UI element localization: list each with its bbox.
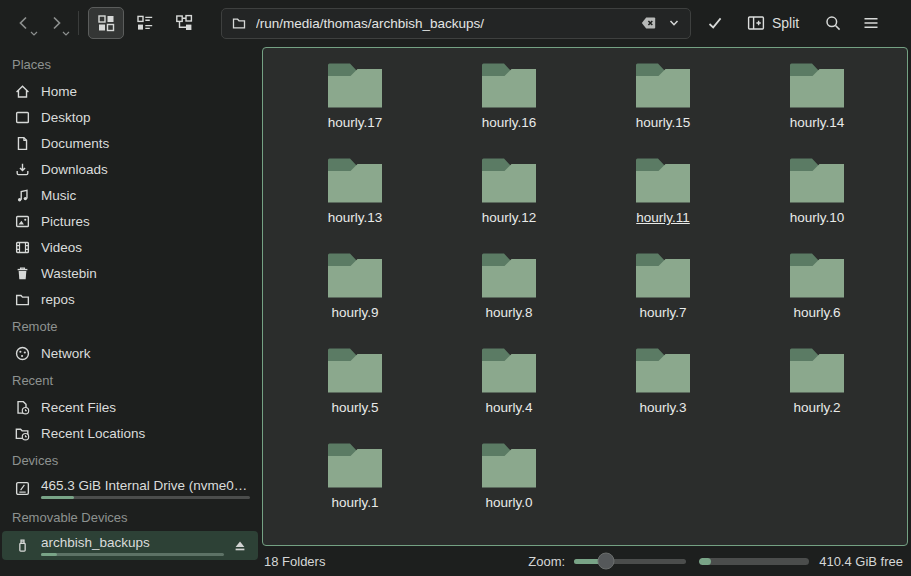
backspace-icon xyxy=(640,14,658,32)
sidebar-item-label: Home xyxy=(41,84,250,99)
details-view-icon xyxy=(136,14,154,32)
split-view-icon xyxy=(747,14,765,32)
folder-item-hourly-7[interactable]: hourly.7 xyxy=(586,252,740,347)
folder-item-hourly-15[interactable]: hourly.15 xyxy=(586,62,740,157)
clear-location-button[interactable] xyxy=(636,11,662,35)
folder-icon xyxy=(634,347,692,394)
folder-item-label: hourly.12 xyxy=(482,210,537,225)
folder-icon xyxy=(480,157,538,204)
folder-item-hourly-1[interactable]: hourly.1 xyxy=(278,442,432,537)
chevron-left-icon xyxy=(15,14,33,32)
sidebar-item-label: Downloads xyxy=(41,162,250,177)
search-button[interactable] xyxy=(817,7,849,39)
folder-item-hourly-8[interactable]: hourly.8 xyxy=(432,252,586,347)
location-dropdown-button[interactable] xyxy=(662,11,686,35)
sidebar-item-465-3-gib-internal-drive-nvme0n1[interactable]: 465.3 GiB Internal Drive (nvme0n1… xyxy=(2,474,258,503)
forward-button[interactable] xyxy=(40,7,72,39)
folder-icon xyxy=(326,157,384,204)
chevron-down-icon xyxy=(62,31,70,36)
folder-item-hourly-16[interactable]: hourly.16 xyxy=(432,62,586,157)
free-space-label: 410.4 GiB free xyxy=(819,554,903,569)
chevron-right-icon xyxy=(47,14,65,32)
recent-file-icon xyxy=(14,399,31,416)
picture-icon xyxy=(14,213,31,230)
folder-item-hourly-12[interactable]: hourly.12 xyxy=(432,157,586,252)
sidebar-item-downloads[interactable]: Downloads xyxy=(2,156,258,182)
folder-item-label: hourly.4 xyxy=(485,400,532,415)
folder-icon xyxy=(788,347,846,394)
folder-item-hourly-14[interactable]: hourly.14 xyxy=(740,62,894,157)
sidebar-item-repos[interactable]: repos xyxy=(2,286,258,312)
folder-icon xyxy=(788,252,846,299)
folder-icon xyxy=(788,62,846,109)
zoom-slider[interactable] xyxy=(574,552,686,570)
sidebar-item-desktop[interactable]: Desktop xyxy=(2,104,258,130)
recent-folder-icon xyxy=(14,425,31,442)
folder-item-label: hourly.2 xyxy=(793,400,840,415)
back-button[interactable] xyxy=(8,7,40,39)
network-icon xyxy=(14,345,31,362)
folder-view[interactable]: hourly.17hourly.16hourly.15hourly.14hour… xyxy=(262,47,908,546)
sidebar-item-archbish-backups[interactable]: archbish_backups xyxy=(2,531,258,560)
sidebar-item-label: archbish_backups xyxy=(41,535,224,550)
sidebar-item-videos[interactable]: Videos xyxy=(2,234,258,260)
sidebar-item-recent-files[interactable]: Recent Files xyxy=(2,394,258,420)
drive-icon xyxy=(14,480,31,497)
eject-button[interactable] xyxy=(230,538,250,554)
music-icon xyxy=(14,187,31,204)
places-panel: PlacesHomeDesktopDocumentsDownloadsMusic… xyxy=(0,46,260,576)
sidebar-item-recent-locations[interactable]: Recent Locations xyxy=(2,420,258,446)
sidebar-item-documents[interactable]: Documents xyxy=(2,130,258,156)
folder-item-hourly-4[interactable]: hourly.4 xyxy=(432,347,586,442)
folder-icon xyxy=(634,157,692,204)
search-icon xyxy=(824,14,842,32)
folder-item-label: hourly.15 xyxy=(636,115,691,130)
section-title: Removable Devices xyxy=(0,503,260,531)
hamburger-icon xyxy=(862,14,880,32)
folder-item-hourly-2[interactable]: hourly.2 xyxy=(740,347,894,442)
desktop-icon xyxy=(14,109,31,126)
zoom-slider-handle[interactable] xyxy=(597,553,614,570)
folder-item-hourly-11[interactable]: hourly.11 xyxy=(586,157,740,252)
folder-item-hourly-6[interactable]: hourly.6 xyxy=(740,252,894,347)
section-title: Devices xyxy=(0,446,260,474)
section-title: Recent xyxy=(0,366,260,394)
icons-view-button[interactable] xyxy=(88,7,124,39)
folder-item-label: hourly.5 xyxy=(331,400,378,415)
folder-icon xyxy=(788,157,846,204)
video-icon xyxy=(14,239,31,256)
toolbar: /run/media/thomas/archbish_backups/ Spli… xyxy=(0,0,911,46)
folder-icon xyxy=(480,347,538,394)
sidebar-item-network[interactable]: Network xyxy=(2,340,258,366)
folder-item-label: hourly.1 xyxy=(331,495,378,510)
folder-icon xyxy=(480,442,538,489)
sidebar-section-removable-devices: Removable Devicesarchbish_backups xyxy=(0,503,260,560)
folder-grid: hourly.17hourly.16hourly.15hourly.14hour… xyxy=(263,48,907,537)
tree-view-button[interactable] xyxy=(166,7,202,39)
free-space-bar-fill xyxy=(699,558,711,565)
folder-item-label: hourly.9 xyxy=(331,305,378,320)
details-view-button[interactable] xyxy=(127,7,163,39)
selection-mode-button[interactable] xyxy=(699,7,731,39)
folder-item-hourly-3[interactable]: hourly.3 xyxy=(586,347,740,442)
location-path[interactable]: /run/media/thomas/archbish_backups/ xyxy=(256,16,636,31)
folder-item-hourly-5[interactable]: hourly.5 xyxy=(278,347,432,442)
split-view-button[interactable]: Split xyxy=(737,7,809,39)
sidebar-item-pictures[interactable]: Pictures xyxy=(2,208,258,234)
folder-icon xyxy=(14,291,31,308)
location-bar[interactable]: /run/media/thomas/archbish_backups/ xyxy=(221,8,691,39)
sidebar-item-label: Recent Locations xyxy=(41,426,250,441)
sidebar-item-music[interactable]: Music xyxy=(2,182,258,208)
folder-icon xyxy=(326,62,384,109)
home-icon xyxy=(14,83,31,100)
sidebar-item-home[interactable]: Home xyxy=(2,78,258,104)
hamburger-menu-button[interactable] xyxy=(855,7,887,39)
folder-item-hourly-10[interactable]: hourly.10 xyxy=(740,157,894,252)
folder-item-hourly-17[interactable]: hourly.17 xyxy=(278,62,432,157)
folder-item-hourly-9[interactable]: hourly.9 xyxy=(278,252,432,347)
sidebar-item-wastebin[interactable]: Wastebin xyxy=(2,260,258,286)
icons-view-icon xyxy=(97,14,115,32)
disk-usage-bar xyxy=(41,553,224,556)
folder-item-hourly-13[interactable]: hourly.13 xyxy=(278,157,432,252)
folder-item-hourly-0[interactable]: hourly.0 xyxy=(432,442,586,537)
